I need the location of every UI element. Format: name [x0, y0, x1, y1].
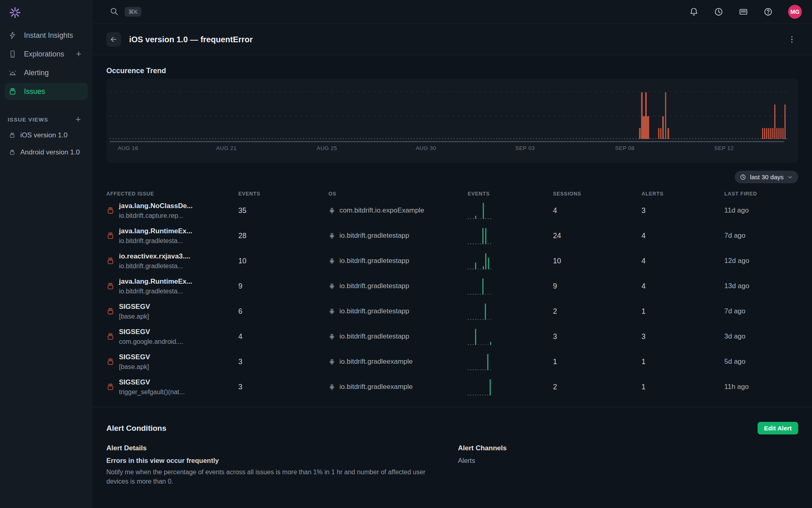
issues-table-body: java.lang.NoClassDe... io.bitdrift.captu… [106, 198, 798, 399]
starburst-logo-icon [9, 7, 21, 19]
alerts-count: 3 [641, 206, 724, 215]
issue-title: SIGSEGV [119, 353, 150, 361]
sessions-count: 2 [553, 383, 641, 391]
add-issue-view-button[interactable]: + [76, 114, 81, 125]
range-selector-row: last 30 days [106, 171, 798, 183]
events-count: 28 [238, 232, 328, 240]
issue-box-icon [106, 307, 114, 315]
issue-text: java.lang.RuntimeEx... io.bitdrift.gradl… [119, 278, 192, 295]
issue-title: SIGSEGV [119, 328, 183, 336]
topbar-actions: MG [689, 5, 802, 19]
issue-title: SIGSEGV [119, 378, 185, 386]
last-fired-value: 7d ago [724, 232, 798, 240]
issue-text: SIGSEGV trigger_sefgault()(nat... [119, 378, 185, 396]
events-count: 6 [238, 307, 328, 316]
alerts-count: 4 [641, 232, 724, 240]
alerts-count: 4 [641, 282, 724, 291]
sidebar-item-alerting[interactable]: Alerting [0, 63, 93, 82]
events-count: 3 [238, 383, 328, 391]
issue-box-icon [106, 257, 114, 265]
date-range-dropdown[interactable]: last 30 days [735, 171, 798, 183]
events-sparkline [468, 202, 496, 219]
global-search[interactable]: ⌘K [110, 7, 141, 17]
table-row[interactable]: java.lang.NoClassDe... io.bitdrift.captu… [106, 198, 798, 223]
issue-subtitle: com.google.android.... [119, 338, 183, 345]
add-exploration-button[interactable]: + [76, 49, 81, 59]
brand-logo[interactable] [0, 0, 93, 25]
events-sparkline [468, 278, 496, 295]
alert-details-column: Alert Details Errors in this view occur … [106, 444, 458, 486]
issue-box-icon [106, 282, 114, 290]
help-icon[interactable] [763, 7, 773, 17]
last-fired-value: 12d ago [724, 257, 798, 265]
alert-conditions-body: Alert Details Errors in this view occur … [106, 444, 798, 486]
alert-rule-description: Notify me when the percentage of events … [106, 467, 438, 486]
sidebar-item-android-version[interactable]: Android version 1.0 [0, 144, 93, 161]
issue-subtitle: io.bitdrift.capture.rep... [119, 212, 192, 219]
android-icon [328, 383, 335, 391]
alerts-count: 4 [641, 257, 724, 265]
alert-channel-value: Alerts [458, 457, 798, 465]
events-count: 9 [238, 282, 328, 291]
table-row[interactable]: SIGSEGV [base.apk] 3 io.bitdrift.gradlee… [106, 349, 798, 374]
sidebar-item-label: Explorations [24, 50, 64, 59]
android-icon [328, 282, 335, 290]
search-icon[interactable] [110, 7, 119, 17]
occurrence-trend-chart: AUG 16AUG 21AUG 25AUG 30SEP 03SEP 08SEP … [106, 78, 798, 163]
table-row[interactable]: java.lang.RuntimeEx... io.bitdrift.gradl… [106, 223, 798, 248]
issue-view-label: Android version 1.0 [20, 148, 80, 156]
kebab-menu-icon[interactable] [791, 36, 793, 43]
col-header-events-spark: EVENTS [468, 191, 553, 197]
android-icon [328, 333, 335, 341]
chart-heading: Occurence Trend [106, 67, 798, 75]
back-button[interactable] [106, 32, 121, 47]
sidebar-item-label: Alerting [24, 69, 49, 77]
sessions-count: 1 [553, 358, 641, 366]
phone-icon [8, 50, 17, 59]
sidebar: Instant Insights Explorations + Alerting [0, 0, 93, 508]
last-fired-value: 13d ago [724, 282, 798, 290]
issue-views-section-header: ISSUE VIEWS + [0, 112, 93, 127]
sidebar-item-explorations[interactable]: Explorations + [0, 45, 93, 63]
issue-title: io.reactivex.rxjava3.... [119, 252, 190, 261]
sidebar-item-ios-version[interactable]: iOS version 1.0 [0, 127, 93, 144]
user-avatar[interactable]: MG [788, 5, 802, 19]
chart-plot: AUG 16AUG 21AUG 25AUG 30SEP 03SEP 08SEP … [110, 78, 788, 163]
arrow-left-icon [110, 35, 118, 43]
clock-icon[interactable] [714, 7, 723, 17]
issue-box-icon [106, 232, 114, 240]
sessions-count: 3 [553, 332, 641, 341]
sessions-count: 9 [553, 282, 641, 291]
events-count: 3 [238, 358, 328, 366]
events-count: 10 [238, 257, 328, 265]
table-row[interactable]: java.lang.RuntimeEx... io.bitdrift.gradl… [106, 274, 798, 299]
sidebar-item-instant-insights[interactable]: Instant Insights [0, 26, 93, 45]
table-row[interactable]: SIGSEGV trigger_sefgault()(nat... 3 io.b… [106, 374, 798, 399]
search-shortcut-badge: ⌘K [125, 7, 141, 17]
issue-text: java.lang.NoClassDe... io.bitdrift.captu… [119, 202, 192, 219]
events-sparkline [468, 328, 496, 345]
alerts-count: 1 [641, 383, 724, 391]
os-app-id: io.bitdrift.gradletestapp [339, 282, 409, 290]
keyboard-icon[interactable] [739, 7, 748, 17]
sidebar-item-label: Instant Insights [24, 31, 73, 40]
sidebar-item-issues[interactable]: Issues [5, 83, 88, 100]
sidebar-item-label: Issues [24, 87, 45, 96]
table-row[interactable]: SIGSEGV com.google.android.... 4 io.bitd… [106, 324, 798, 349]
table-row[interactable]: SIGSEGV [base.apk] 6 io.bitdrift.gradlet… [106, 299, 798, 324]
alerts-count: 1 [641, 307, 724, 316]
date-range-value: last 30 days [750, 174, 784, 181]
page-title: iOS version 1.0 — frequentError [129, 35, 253, 44]
table-header-row: AFFECTED ISSUE EVENTS OS EVENTS SESSIONS… [106, 190, 798, 198]
col-header-alerts: ALERTS [641, 191, 724, 197]
issue-box-icon [106, 358, 114, 366]
android-icon [328, 207, 335, 215]
sessions-count: 4 [553, 206, 641, 215]
bell-icon[interactable] [689, 7, 699, 17]
issue-views-label: ISSUE VIEWS [8, 117, 48, 123]
alarm-icon [8, 68, 17, 77]
edit-alert-button[interactable]: Edit Alert [758, 422, 798, 434]
lightning-icon [8, 31, 17, 40]
table-row[interactable]: io.reactivex.rxjava3.... io.bitdrift.gra… [106, 248, 798, 274]
section-divider [93, 407, 812, 407]
